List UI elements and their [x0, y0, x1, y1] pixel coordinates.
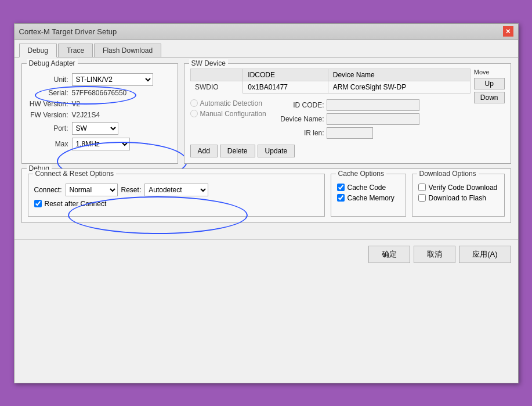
tab-flash-download[interactable]: Flash Download: [94, 44, 161, 57]
serial-value: 57FF6806676550: [72, 89, 127, 97]
cache-options-box: Cache Options Cache Code Cache Memory: [331, 174, 406, 217]
max-label: Max: [28, 140, 68, 148]
sw-device-table-row: IDCODE Device Name SWDIO 0x1BA01477 ARM …: [190, 69, 505, 157]
update-button[interactable]: Update: [258, 145, 295, 157]
action-buttons: Add Delete Update: [190, 145, 471, 157]
row-device-name: ARM CoreSight SW-DP: [328, 81, 470, 93]
reset-after-connect-label: Reset after Connect: [45, 200, 107, 208]
cache-memory-checkbox[interactable]: [337, 194, 345, 202]
tab-bar: Debug Trace Flash Download: [15, 40, 518, 58]
serial-row: Serial: 57FF6806676550: [28, 89, 172, 97]
connect-row: Connect: Normal Reset: Autodetect: [34, 184, 319, 196]
max-row: Max 1.8MHz: [28, 138, 172, 150]
move-buttons: Move Up Down: [474, 69, 505, 103]
sw-device-table-container: IDCODE Device Name SWDIO 0x1BA01477 ARM …: [190, 69, 471, 157]
tab-debug[interactable]: Debug: [19, 44, 57, 58]
id-code-row: ID CODE:: [278, 99, 419, 111]
hw-version-value: V2: [72, 100, 81, 108]
verify-code-checkbox[interactable]: [418, 184, 426, 191]
manual-config-radio[interactable]: [190, 110, 198, 117]
ir-len-label: IR len:: [278, 129, 324, 137]
down-button[interactable]: Down: [474, 92, 505, 103]
download-to-flash-checkbox[interactable]: [418, 194, 426, 202]
reset-after-connect-row: Reset after Connect: [34, 200, 319, 208]
debug-section: Debug Connect & Reset Options Connect: N…: [21, 168, 511, 223]
window-title: Cortex-M Target Driver Setup: [19, 27, 117, 36]
table-row: SWDIO 0x1BA01477 ARM CoreSight SW-DP: [190, 81, 470, 93]
col-device-name: Device Name: [328, 69, 470, 81]
move-label: Move: [474, 69, 505, 76]
sw-device-label: SW Device: [189, 59, 228, 67]
id-fields-section: ID CODE: Device Name: IR len:: [278, 99, 419, 141]
sw-device-group: SW Device IDCODE Device Name: [184, 63, 511, 164]
reset-select[interactable]: Autodetect: [144, 184, 208, 196]
download-options-label: Download Options: [417, 170, 479, 178]
fw-version-row: FW Version: V2J21S4: [28, 111, 172, 119]
id-code-input[interactable]: [327, 99, 419, 111]
ir-len-row: IR len:: [278, 127, 419, 139]
reset-after-connect-checkbox[interactable]: [34, 200, 42, 207]
swd-label: SWDIO: [190, 81, 243, 93]
port-select[interactable]: SW: [72, 122, 118, 135]
connect-select[interactable]: Normal: [66, 184, 118, 196]
device-name-label: Device Name:: [278, 115, 324, 123]
cancel-button[interactable]: 取消: [414, 246, 455, 263]
delete-button[interactable]: Delete: [220, 145, 255, 157]
unit-row: Unit: ST-LINK/V2: [28, 73, 172, 86]
connect-label: Connect:: [34, 186, 62, 194]
apply-button[interactable]: 应用(A): [459, 246, 511, 263]
auto-detect-radio[interactable]: [190, 99, 198, 107]
title-bar: Cortex-M Target Driver Setup ✕: [15, 24, 518, 40]
unit-label: Unit:: [28, 76, 68, 84]
device-name-input[interactable]: [327, 113, 419, 125]
debug-adapter-group: Debug Adapter Unit: ST-LINK/V2 Serial:: [21, 63, 178, 164]
radio-section: Automatic Detection Manual Configuration: [190, 99, 266, 141]
cache-code-label: Cache Code: [348, 184, 386, 192]
auto-detect-label: Automatic Detection: [200, 99, 262, 107]
cache-code-row: Cache Code: [337, 184, 400, 192]
cache-options-inner: Cache Code Cache Memory: [337, 184, 400, 202]
row-idcode: 0x1BA01477: [243, 81, 328, 93]
tab-trace[interactable]: Trace: [58, 44, 93, 57]
connect-reset-box: Connect & Reset Options Connect: Normal …: [28, 174, 325, 217]
reset-label: Reset:: [121, 186, 142, 194]
port-row: Port: SW: [28, 122, 172, 135]
id-code-label: ID CODE:: [278, 101, 324, 109]
main-content: Debug Adapter Unit: ST-LINK/V2 Serial:: [15, 58, 518, 233]
manual-config-row: Manual Configuration: [190, 110, 266, 118]
footer-bar: 确定 取消 应用(A): [15, 239, 518, 269]
ok-button[interactable]: 确定: [368, 246, 410, 263]
download-options-inner: Verify Code Download Download to Flash: [418, 184, 498, 202]
verify-code-label: Verify Code Download: [429, 184, 498, 192]
port-label: Port:: [28, 124, 68, 132]
ir-len-input[interactable]: [327, 127, 373, 139]
download-to-flash-row: Download to Flash: [418, 194, 498, 202]
cache-code-checkbox[interactable]: [337, 184, 345, 191]
download-options-box: Download Options Verify Code Download Do…: [412, 174, 505, 217]
fw-version-label: FW Version:: [28, 111, 68, 119]
auto-detect-row: Automatic Detection: [190, 99, 266, 107]
device-name-row: Device Name:: [278, 113, 419, 125]
manual-config-label: Manual Configuration: [200, 110, 266, 118]
download-to-flash-label: Download to Flash: [429, 194, 486, 202]
top-row: Debug Adapter Unit: ST-LINK/V2 Serial:: [21, 63, 511, 168]
sw-device-table: IDCODE Device Name SWDIO 0x1BA01477 ARM …: [190, 69, 471, 94]
debug-adapter-label: Debug Adapter: [27, 59, 78, 67]
verify-code-row: Verify Code Download: [418, 184, 498, 192]
serial-label: Serial:: [28, 89, 68, 97]
connect-reset-inner: Connect: Normal Reset: Autodetect Reset: [34, 184, 319, 208]
add-button[interactable]: Add: [190, 145, 218, 157]
fw-version-value: V2J21S4: [72, 111, 100, 119]
debug-inner-row: Connect & Reset Options Connect: Normal …: [28, 174, 505, 217]
cache-memory-label: Cache Memory: [348, 194, 395, 202]
up-button[interactable]: Up: [474, 78, 505, 89]
main-window: Cortex-M Target Driver Setup ✕ Debug Tra…: [14, 23, 519, 383]
cache-options-label: Cache Options: [336, 170, 386, 178]
hw-version-label: HW Version:: [28, 100, 68, 108]
unit-select[interactable]: ST-LINK/V2: [72, 73, 153, 86]
col-idcode: IDCODE: [243, 69, 328, 81]
max-select[interactable]: 1.8MHz: [72, 138, 130, 150]
debug-adapter-inner: Unit: ST-LINK/V2 Serial: 57FF6806676550 …: [28, 73, 172, 150]
close-button[interactable]: ✕: [503, 26, 513, 37]
connect-reset-label: Connect & Reset Options: [33, 170, 116, 178]
